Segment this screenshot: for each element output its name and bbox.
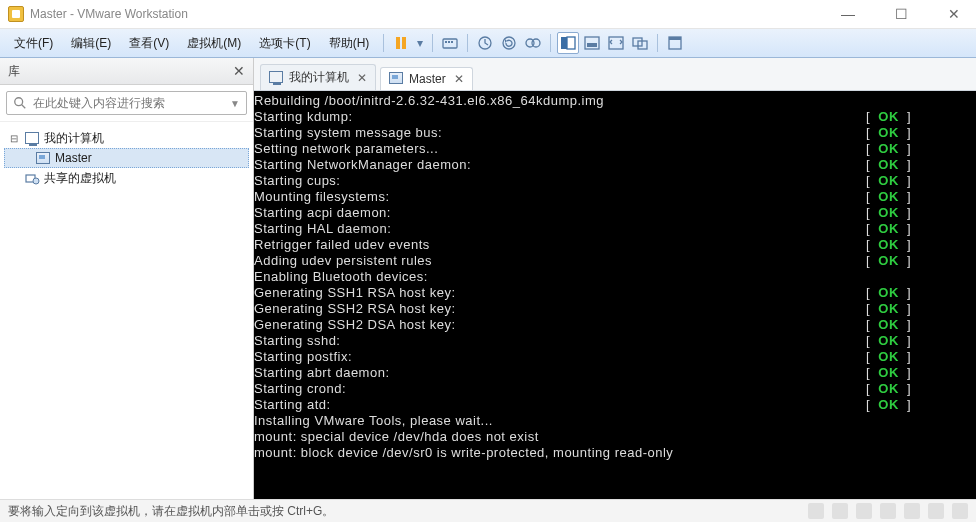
vm-icon xyxy=(35,150,51,166)
pause-button[interactable] xyxy=(390,32,412,54)
svg-rect-2 xyxy=(443,39,457,48)
console-line: Installing VMware Tools, please wait... xyxy=(254,413,976,429)
svg-rect-13 xyxy=(587,43,597,47)
sidebar-title: 库 xyxy=(8,63,20,80)
tree-node-shared-vms[interactable]: 共享的虚拟机 xyxy=(4,168,249,188)
snapshot-revert-button[interactable] xyxy=(498,32,520,54)
view-unity-button[interactable] xyxy=(629,32,651,54)
device-printer-icon[interactable] xyxy=(928,503,944,519)
tree-label: Master xyxy=(55,151,92,165)
svg-rect-4 xyxy=(448,41,450,43)
app-logo-icon xyxy=(8,6,24,22)
console-line: Retrigger failed udev events[ OK ] xyxy=(254,237,976,253)
console-line: Starting sshd:[ OK ] xyxy=(254,333,976,349)
svg-rect-10 xyxy=(561,37,567,49)
computer-icon xyxy=(269,71,283,85)
window-title: Master - VMware Workstation xyxy=(30,7,833,21)
menu-file[interactable]: 文件(F) xyxy=(6,31,61,56)
console-line: Enabling Bluetooth devices: xyxy=(254,269,976,285)
titlebar: Master - VMware Workstation — ☐ ✕ xyxy=(0,0,976,29)
console-line: Generating SSH1 RSA host key:[ OK ] xyxy=(254,285,976,301)
console-line: Starting cups:[ OK ] xyxy=(254,173,976,189)
sidebar-header: 库 ✕ xyxy=(0,58,253,85)
status-device-icons xyxy=(808,503,968,519)
console-line: Rebuilding /boot/initrd-2.6.32-431.el6.x… xyxy=(254,93,976,109)
device-usb-icon[interactable] xyxy=(880,503,896,519)
snapshot-take-button[interactable] xyxy=(474,32,496,54)
maximize-button[interactable]: ☐ xyxy=(887,3,916,25)
separator xyxy=(657,34,658,52)
console-line: Setting network parameters...[ OK ] xyxy=(254,141,976,157)
svg-rect-11 xyxy=(567,37,575,49)
device-hdd-icon[interactable] xyxy=(808,503,824,519)
tab-close-icon[interactable]: ✕ xyxy=(454,72,464,86)
menu-edit[interactable]: 编辑(E) xyxy=(63,31,119,56)
menu-view[interactable]: 查看(V) xyxy=(121,31,177,56)
menu-vm[interactable]: 虚拟机(M) xyxy=(179,31,249,56)
tree-label: 我的计算机 xyxy=(44,130,104,147)
console-line: mount: special device /dev/hda does not … xyxy=(254,429,976,445)
tree-node-master[interactable]: Master xyxy=(4,148,249,168)
tab-label: 我的计算机 xyxy=(289,69,349,86)
search-input[interactable] xyxy=(33,96,230,110)
device-sound-icon[interactable] xyxy=(904,503,920,519)
menu-help[interactable]: 帮助(H) xyxy=(321,31,378,56)
snapshot-manager-button[interactable] xyxy=(522,32,544,54)
search-icon xyxy=(13,96,27,110)
tab-strip: 我的计算机 ✕ Master ✕ xyxy=(254,58,976,91)
console-line: Generating SSH2 DSA host key:[ OK ] xyxy=(254,317,976,333)
view-stretch-button[interactable] xyxy=(605,32,627,54)
console-line: Starting kdump:[ OK ] xyxy=(254,109,976,125)
computer-icon xyxy=(24,130,40,146)
console-line: Starting NetworkManager daemon:[ OK ] xyxy=(254,157,976,173)
console-line: mount: block device /dev/sr0 is write-pr… xyxy=(254,445,976,461)
svg-point-9 xyxy=(532,39,540,47)
library-tree: ⊟ 我的计算机 Master 共享的虚拟机 xyxy=(0,122,253,499)
svg-rect-18 xyxy=(669,37,681,40)
tab-master[interactable]: Master ✕ xyxy=(380,67,473,90)
view-console-button[interactable] xyxy=(557,32,579,54)
search-dropdown-icon[interactable]: ▼ xyxy=(230,98,240,109)
svg-rect-5 xyxy=(451,41,453,43)
search-input-wrap[interactable]: ▼ xyxy=(6,91,247,115)
toolbar-dropdown-icon[interactable]: ▾ xyxy=(414,32,426,54)
fullscreen-button[interactable] xyxy=(664,32,686,54)
console-line: Starting postfix:[ OK ] xyxy=(254,349,976,365)
vm-console[interactable]: Rebuilding /boot/initrd-2.6.32-431.el6.x… xyxy=(254,91,976,499)
sidebar-close-button[interactable]: ✕ xyxy=(233,63,245,79)
tree-label: 共享的虚拟机 xyxy=(44,170,116,187)
svg-line-20 xyxy=(22,105,26,109)
close-button[interactable]: ✕ xyxy=(940,3,968,25)
device-cd-icon[interactable] xyxy=(832,503,848,519)
menu-tabs[interactable]: 选项卡(T) xyxy=(251,31,318,56)
status-hint: 要将输入定向到该虚拟机，请在虚拟机内部单击或按 Ctrl+G。 xyxy=(8,503,334,520)
console-line: Starting abrt daemon:[ OK ] xyxy=(254,365,976,381)
main-area: 我的计算机 ✕ Master ✕ Rebuilding /boot/initrd… xyxy=(254,58,976,499)
minimize-button[interactable]: — xyxy=(833,3,863,25)
device-display-icon[interactable] xyxy=(952,503,968,519)
separator xyxy=(467,34,468,52)
statusbar: 要将输入定向到该虚拟机，请在虚拟机内部单击或按 Ctrl+G。 xyxy=(0,499,976,522)
console-line: Adding udev persistent rules[ OK ] xyxy=(254,253,976,269)
device-net-icon[interactable] xyxy=(856,503,872,519)
svg-rect-1 xyxy=(402,37,406,49)
console-line: Generating SSH2 RSA host key:[ OK ] xyxy=(254,301,976,317)
console-line: Starting crond:[ OK ] xyxy=(254,381,976,397)
svg-rect-0 xyxy=(396,37,400,49)
console-line: Mounting filesystems:[ OK ] xyxy=(254,189,976,205)
view-thumbnail-button[interactable] xyxy=(581,32,603,54)
tree-node-my-computer[interactable]: ⊟ 我的计算机 xyxy=(4,128,249,148)
send-ctrl-alt-del-button[interactable] xyxy=(439,32,461,54)
separator xyxy=(550,34,551,52)
tree-collapse-icon[interactable]: ⊟ xyxy=(8,133,20,144)
svg-point-22 xyxy=(33,178,39,184)
console-line: Starting HAL daemon:[ OK ] xyxy=(254,221,976,237)
tab-close-icon[interactable]: ✕ xyxy=(357,71,367,85)
console-line: Starting atd:[ OK ] xyxy=(254,397,976,413)
tab-label: Master xyxy=(409,72,446,86)
svg-rect-3 xyxy=(445,41,447,43)
console-line: Starting acpi daemon:[ OK ] xyxy=(254,205,976,221)
library-sidebar: 库 ✕ ▼ ⊟ 我的计算机 Master xyxy=(0,58,254,499)
tab-home[interactable]: 我的计算机 ✕ xyxy=(260,64,376,90)
vm-icon xyxy=(389,72,403,86)
